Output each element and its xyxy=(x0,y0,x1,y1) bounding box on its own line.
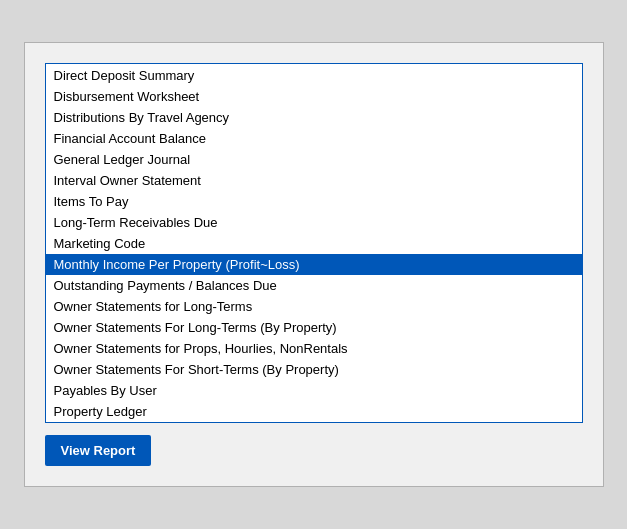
list-item-outstanding-payments[interactable]: Outstanding Payments / Balances Due xyxy=(46,275,582,296)
list-item-owner-statements-long-terms[interactable]: Owner Statements for Long-Terms xyxy=(46,296,582,317)
list-item-direct-deposit-summary[interactable]: Direct Deposit Summary xyxy=(46,65,582,86)
list-item-general-ledger-journal[interactable]: General Ledger Journal xyxy=(46,149,582,170)
list-item-financial-account-balance[interactable]: Financial Account Balance xyxy=(46,128,582,149)
reports-panel: Cash ReceiptsCheck RegisterCheck StubsDe… xyxy=(24,42,604,487)
list-item-marketing-code[interactable]: Marketing Code xyxy=(46,233,582,254)
list-item-items-to-pay[interactable]: Items To Pay xyxy=(46,191,582,212)
list-item-owner-statements-props-hourlies[interactable]: Owner Statements for Props, Hourlies, No… xyxy=(46,338,582,359)
list-item-property-ledger[interactable]: Property Ledger xyxy=(46,401,582,422)
button-row: View Report xyxy=(45,435,583,466)
list-item-owner-statements-short-terms[interactable]: Owner Statements For Short-Terms (By Pro… xyxy=(46,359,582,380)
reports-list[interactable]: Cash ReceiptsCheck RegisterCheck StubsDe… xyxy=(45,63,583,423)
list-item-interval-owner-statement[interactable]: Interval Owner Statement xyxy=(46,170,582,191)
list-item-distributions-by-travel-agency[interactable]: Distributions By Travel Agency xyxy=(46,107,582,128)
list-item-monthly-income-per-property[interactable]: Monthly Income Per Property (Profit~Loss… xyxy=(46,254,582,275)
list-item-owner-statements-long-terms-by-property[interactable]: Owner Statements For Long-Terms (By Prop… xyxy=(46,317,582,338)
view-report-button[interactable]: View Report xyxy=(45,435,152,466)
list-item-disbursement-worksheet[interactable]: Disbursement Worksheet xyxy=(46,86,582,107)
list-item-payables-by-user[interactable]: Payables By User xyxy=(46,380,582,401)
list-item-long-term-receivables-due[interactable]: Long-Term Receivables Due xyxy=(46,212,582,233)
